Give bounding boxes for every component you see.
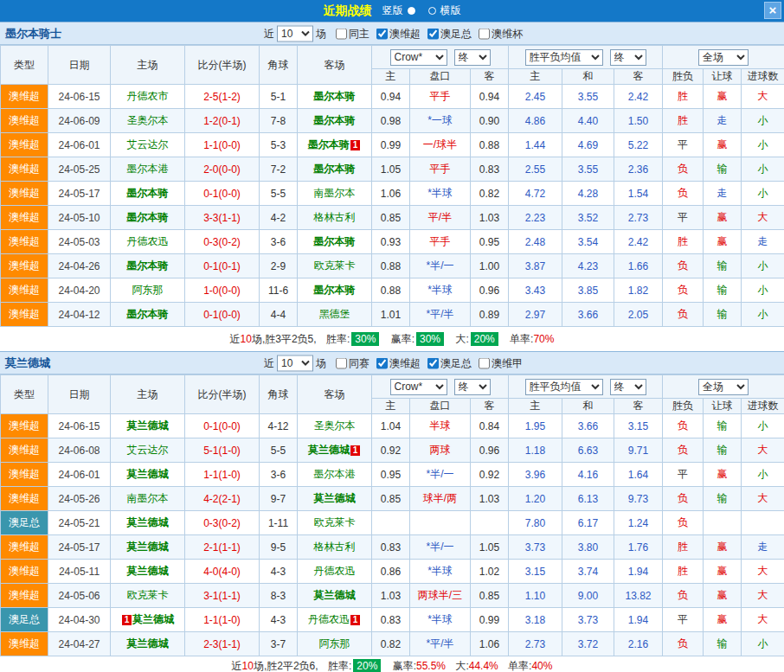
home-team-link[interactable]: 艾云达尔 bbox=[127, 138, 169, 150]
match-count-select[interactable]: 10 bbox=[277, 355, 313, 371]
away-team-link[interactable]: 莫兰德城 bbox=[314, 492, 356, 504]
bookmaker-select[interactable]: Crow* bbox=[390, 49, 447, 66]
away-team-link[interactable]: 墨尔本骑 bbox=[314, 114, 356, 126]
away-team-link[interactable]: 阿东那 bbox=[319, 637, 350, 650]
scope-select[interactable]: 全场 bbox=[698, 49, 749, 66]
filter-option[interactable]: 澳维超 bbox=[376, 26, 421, 41]
horizontal-layout-radio[interactable] bbox=[428, 7, 436, 15]
home-team-link[interactable]: 莫兰德城 bbox=[132, 613, 174, 625]
odds-lose-cell: 1.54 bbox=[614, 182, 663, 206]
away-team-link[interactable]: 墨尔本港 bbox=[314, 468, 356, 480]
filter-label: 同主 bbox=[349, 26, 370, 41]
goals-cell: 小 bbox=[742, 254, 784, 278]
home-team-link[interactable]: 莫兰德城 bbox=[127, 565, 169, 577]
filter-checkbox[interactable] bbox=[376, 28, 388, 39]
league-cell: 澳维超 bbox=[1, 85, 48, 109]
odds-type-select[interactable]: 胜平负均值 bbox=[525, 379, 603, 395]
vertical-layout-label[interactable]: 竖版 bbox=[382, 3, 403, 18]
handicap-cell: 平/半 bbox=[410, 206, 471, 230]
home-team-link[interactable]: 莫兰德城 bbox=[127, 468, 169, 480]
home-team-link[interactable]: 丹德农市 bbox=[127, 90, 169, 102]
filter-checkbox[interactable] bbox=[479, 28, 490, 39]
away-team-link[interactable]: 墨尔本骑 bbox=[308, 138, 350, 150]
home-team-link[interactable]: 阿东那 bbox=[132, 284, 164, 296]
score-cell: 0-1(0-0) bbox=[185, 182, 260, 206]
date-cell: 24-06-15 bbox=[48, 414, 111, 438]
filter-option[interactable]: 同主 bbox=[336, 26, 370, 41]
filter-checkbox[interactable] bbox=[336, 28, 347, 39]
score-cell: 4-0(4-0) bbox=[185, 560, 260, 584]
away-team-link[interactable]: 墨尔本骑 bbox=[314, 284, 356, 296]
away-team-link[interactable]: 欧克莱卡 bbox=[314, 516, 356, 528]
home-team-link[interactable]: 墨尔本骑 bbox=[127, 187, 169, 199]
let-goal-cell: 输 bbox=[704, 438, 742, 463]
handicap-final-select[interactable]: 终 bbox=[454, 379, 491, 395]
away-team-cell: 丹德农迅 bbox=[298, 560, 372, 584]
score-cell: 3-1(1-1) bbox=[185, 584, 260, 608]
home-team-link[interactable]: 莫兰德城 bbox=[127, 541, 169, 553]
filter-option[interactable]: 澳足总 bbox=[427, 26, 472, 41]
filter-option[interactable]: 澳维杯 bbox=[479, 26, 523, 41]
home-team-link[interactable]: 墨尔本骑 bbox=[127, 259, 169, 272]
away-team-link[interactable]: 圣奥尔本 bbox=[314, 419, 356, 432]
scope-select[interactable]: 全场 bbox=[698, 379, 749, 395]
handicap-final-select[interactable]: 终 bbox=[454, 49, 491, 66]
home-team-link[interactable]: 南墨尔本 bbox=[127, 492, 169, 504]
odds-final-select[interactable]: 终 bbox=[610, 49, 646, 66]
odds-lose-cell: 2.42 bbox=[614, 85, 663, 109]
home-team-link[interactable]: 艾云达尔 bbox=[127, 444, 169, 456]
away-team-link[interactable]: 墨尔本骑 bbox=[314, 90, 356, 102]
filter-checkbox[interactable] bbox=[427, 357, 439, 368]
odds-type-select[interactable]: 胜平负均值 bbox=[525, 49, 603, 66]
away-team-link[interactable]: 莫兰德城 bbox=[314, 589, 356, 601]
home-team-link[interactable]: 莫兰德城 bbox=[127, 419, 169, 432]
handicap-home-odds-cell: 0.88 bbox=[372, 254, 410, 278]
league-cell: 澳维超 bbox=[1, 206, 48, 230]
handicap-home-odds-cell: 1.06 bbox=[372, 182, 410, 206]
goals-cell: 走 bbox=[742, 230, 784, 254]
date-cell: 24-06-01 bbox=[48, 133, 111, 157]
horizontal-layout-label[interactable]: 横版 bbox=[440, 3, 461, 18]
away-team-link[interactable]: 墨尔本骑 bbox=[314, 235, 356, 247]
filter-checkbox[interactable] bbox=[479, 357, 490, 368]
filter-option[interactable]: 澳维超 bbox=[376, 355, 421, 370]
handicap-home-odds-cell: 0.85 bbox=[372, 206, 410, 230]
away-team-link[interactable]: 莫兰德城 bbox=[308, 444, 350, 456]
away-team-link[interactable]: 格林古利 bbox=[314, 541, 356, 553]
away-team-link[interactable]: 丹德农迅 bbox=[308, 613, 350, 625]
away-team-link[interactable]: 黑德堡 bbox=[319, 308, 350, 320]
results-table: 类型 日期 主场 比分(半场) 角球 客场 Crow* 终 胜平负均值 bbox=[0, 374, 784, 656]
away-team-link[interactable]: 格林古利 bbox=[314, 211, 356, 223]
bookmaker-select[interactable]: Crow* bbox=[390, 379, 447, 395]
filter-checkbox[interactable] bbox=[376, 357, 388, 368]
filter-option[interactable]: 澳维甲 bbox=[479, 355, 523, 370]
result-cell: 胜 bbox=[663, 560, 704, 584]
odds-win-cell: 1.44 bbox=[509, 133, 562, 157]
away-team-link[interactable]: 丹德农迅 bbox=[314, 565, 356, 577]
handicap-cell: 两球半/三 bbox=[410, 584, 471, 608]
col-handicap-away: 客 bbox=[471, 69, 509, 85]
home-team-link[interactable]: 莫兰德城 bbox=[127, 637, 169, 650]
vertical-layout-radio[interactable] bbox=[408, 7, 415, 15]
home-team-link[interactable]: 丹德农迅 bbox=[127, 235, 169, 247]
filter-option[interactable]: 同赛 bbox=[336, 355, 370, 370]
home-team-link[interactable]: 莫兰德城 bbox=[127, 516, 169, 528]
handicap-home-odds-cell: 0.98 bbox=[372, 109, 410, 133]
filter-checkbox[interactable] bbox=[427, 28, 439, 39]
away-team-link[interactable]: 欧克莱卡 bbox=[314, 259, 356, 272]
col-result: 胜负 bbox=[663, 399, 704, 414]
odds-final-select[interactable]: 终 bbox=[610, 379, 646, 395]
home-team-link[interactable]: 圣奥尔本 bbox=[127, 114, 169, 126]
home-team-link[interactable]: 墨尔本骑 bbox=[127, 211, 169, 223]
home-team-link[interactable]: 墨尔本港 bbox=[127, 163, 169, 175]
score-cell: 1-1(0-0) bbox=[185, 133, 260, 157]
filter-checkbox[interactable] bbox=[336, 357, 347, 368]
handicap-away-odds-cell: 0.83 bbox=[471, 157, 509, 182]
away-team-link[interactable]: 墨尔本骑 bbox=[314, 163, 356, 175]
home-team-link[interactable]: 墨尔本骑 bbox=[127, 308, 169, 320]
away-team-link[interactable]: 南墨尔本 bbox=[314, 187, 356, 199]
close-icon[interactable]: × bbox=[764, 2, 781, 19]
match-count-select[interactable]: 10 bbox=[277, 25, 313, 42]
filter-option[interactable]: 澳足总 bbox=[427, 355, 472, 370]
home-team-link[interactable]: 欧克莱卡 bbox=[127, 589, 169, 601]
